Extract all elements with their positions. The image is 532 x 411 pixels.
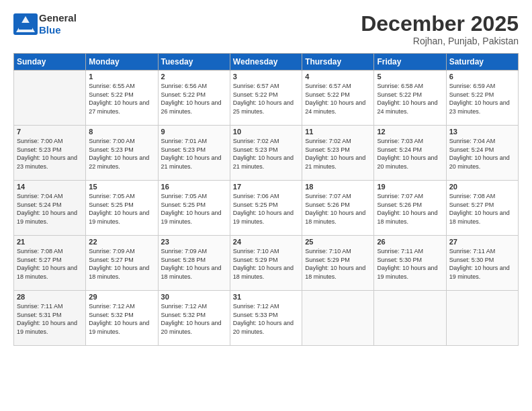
day-info: Sunrise: 7:02 AMSunset: 5:23 PMDaylight:… (233, 137, 299, 171)
day-number: 16 (161, 183, 227, 191)
day-cell: 31 Sunrise: 7:12 AMSunset: 5:33 PMDaylig… (230, 291, 302, 346)
day-cell: 14 Sunrise: 7:04 AMSunset: 5:24 PMDaylig… (14, 181, 86, 236)
location: Rojhan, Punjab, Pakistan (361, 36, 519, 46)
day-number: 31 (233, 293, 299, 301)
day-info: Sunrise: 6:57 AMSunset: 5:22 PMDaylight:… (233, 82, 299, 116)
day-info: Sunrise: 6:55 AMSunset: 5:22 PMDaylight:… (89, 82, 154, 116)
day-info: Sunrise: 7:00 AMSunset: 5:23 PMDaylight:… (17, 137, 83, 171)
day-info: Sunrise: 7:01 AMSunset: 5:23 PMDaylight:… (161, 137, 227, 171)
day-cell: 9 Sunrise: 7:01 AMSunset: 5:23 PMDayligh… (158, 126, 230, 181)
day-cell: 25 Sunrise: 7:10 AMSunset: 5:29 PMDaylig… (302, 236, 374, 291)
week-row-2: 7 Sunrise: 7:00 AMSunset: 5:23 PMDayligh… (14, 126, 519, 181)
day-info: Sunrise: 7:04 AMSunset: 5:24 PMDaylight:… (17, 192, 83, 226)
day-cell (374, 291, 446, 346)
day-info: Sunrise: 7:07 AMSunset: 5:26 PMDaylight:… (377, 192, 443, 226)
day-number: 18 (305, 183, 371, 191)
day-number: 6 (449, 73, 515, 81)
day-number: 8 (89, 128, 154, 136)
day-info: Sunrise: 7:12 AMSunset: 5:32 PMDaylight:… (89, 302, 154, 336)
day-number: 23 (161, 238, 227, 246)
col-thursday: Thursday (302, 54, 374, 71)
day-number: 10 (233, 128, 299, 136)
day-info: Sunrise: 7:04 AMSunset: 5:24 PMDaylight:… (449, 137, 515, 171)
day-info: Sunrise: 7:03 AMSunset: 5:24 PMDaylight:… (377, 137, 443, 171)
day-info: Sunrise: 7:12 AMSunset: 5:32 PMDaylight:… (161, 302, 227, 336)
calendar-table: Sunday Monday Tuesday Wednesday Thursday… (13, 53, 519, 346)
day-number: 30 (161, 293, 227, 301)
day-cell: 12 Sunrise: 7:03 AMSunset: 5:24 PMDaylig… (374, 126, 446, 181)
week-row-4: 21 Sunrise: 7:08 AMSunset: 5:27 PMDaylig… (14, 236, 519, 291)
day-number: 13 (449, 128, 515, 136)
day-number: 12 (377, 128, 443, 136)
day-cell: 6 Sunrise: 6:59 AMSunset: 5:22 PMDayligh… (446, 71, 518, 126)
day-info: Sunrise: 7:10 AMSunset: 5:29 PMDaylight:… (305, 247, 371, 281)
day-cell: 16 Sunrise: 7:05 AMSunset: 5:25 PMDaylig… (158, 181, 230, 236)
day-info: Sunrise: 7:09 AMSunset: 5:27 PMDaylight:… (89, 247, 154, 281)
day-cell (14, 71, 86, 126)
day-info: Sunrise: 6:59 AMSunset: 5:22 PMDaylight:… (449, 82, 515, 116)
day-info: Sunrise: 7:02 AMSunset: 5:23 PMDaylight:… (305, 137, 371, 171)
logo: General Blue (13, 12, 77, 36)
day-cell: 5 Sunrise: 6:58 AMSunset: 5:22 PMDayligh… (374, 71, 446, 126)
col-monday: Monday (86, 54, 158, 71)
day-cell: 18 Sunrise: 7:07 AMSunset: 5:26 PMDaylig… (302, 181, 374, 236)
col-tuesday: Tuesday (158, 54, 230, 71)
day-number: 3 (233, 73, 299, 81)
day-cell (302, 291, 374, 346)
day-info: Sunrise: 7:12 AMSunset: 5:33 PMDaylight:… (233, 302, 299, 336)
day-cell: 21 Sunrise: 7:08 AMSunset: 5:27 PMDaylig… (14, 236, 86, 291)
day-number: 9 (161, 128, 227, 136)
header-row: Sunday Monday Tuesday Wednesday Thursday… (14, 54, 519, 71)
day-number: 4 (305, 73, 371, 81)
day-cell: 17 Sunrise: 7:06 AMSunset: 5:25 PMDaylig… (230, 181, 302, 236)
day-info: Sunrise: 6:58 AMSunset: 5:22 PMDaylight:… (377, 82, 443, 116)
day-info: Sunrise: 7:11 AMSunset: 5:31 PMDaylight:… (17, 302, 83, 336)
day-cell: 22 Sunrise: 7:09 AMSunset: 5:27 PMDaylig… (86, 236, 158, 291)
header: General Blue December 2025 Rojhan, Punja… (13, 12, 519, 46)
day-number: 1 (89, 73, 154, 81)
day-number: 29 (89, 293, 154, 301)
day-number: 24 (233, 238, 299, 246)
day-cell: 2 Sunrise: 6:56 AMSunset: 5:22 PMDayligh… (158, 71, 230, 126)
day-cell: 29 Sunrise: 7:12 AMSunset: 5:32 PMDaylig… (86, 291, 158, 346)
day-number: 19 (377, 183, 443, 191)
day-cell: 30 Sunrise: 7:12 AMSunset: 5:32 PMDaylig… (158, 291, 230, 346)
day-cell: 3 Sunrise: 6:57 AMSunset: 5:22 PMDayligh… (230, 71, 302, 126)
col-friday: Friday (374, 54, 446, 71)
day-cell: 11 Sunrise: 7:02 AMSunset: 5:23 PMDaylig… (302, 126, 374, 181)
day-cell (446, 291, 518, 346)
day-number: 26 (377, 238, 443, 246)
week-row-1: 1 Sunrise: 6:55 AMSunset: 5:22 PMDayligh… (14, 71, 519, 126)
page: General Blue December 2025 Rojhan, Punja… (0, 0, 532, 411)
day-number: 15 (89, 183, 154, 191)
week-row-5: 28 Sunrise: 7:11 AMSunset: 5:31 PMDaylig… (14, 291, 519, 346)
svg-rect-2 (19, 23, 32, 30)
day-number: 28 (17, 293, 83, 301)
day-info: Sunrise: 7:00 AMSunset: 5:23 PMDaylight:… (89, 137, 154, 171)
logo-icon (13, 13, 38, 35)
day-cell: 28 Sunrise: 7:11 AMSunset: 5:31 PMDaylig… (14, 291, 86, 346)
day-number: 5 (377, 73, 443, 81)
day-cell: 7 Sunrise: 7:00 AMSunset: 5:23 PMDayligh… (14, 126, 86, 181)
day-number: 11 (305, 128, 371, 136)
col-wednesday: Wednesday (230, 54, 302, 71)
day-number: 27 (449, 238, 515, 246)
day-info: Sunrise: 7:07 AMSunset: 5:26 PMDaylight:… (305, 192, 371, 226)
col-sunday: Sunday (14, 54, 86, 71)
day-cell: 19 Sunrise: 7:07 AMSunset: 5:26 PMDaylig… (374, 181, 446, 236)
month-title: December 2025 (361, 12, 519, 36)
week-row-3: 14 Sunrise: 7:04 AMSunset: 5:24 PMDaylig… (14, 181, 519, 236)
day-number: 25 (305, 238, 371, 246)
day-info: Sunrise: 7:11 AMSunset: 5:30 PMDaylight:… (449, 247, 515, 281)
title-block: December 2025 Rojhan, Punjab, Pakistan (361, 12, 519, 46)
day-number: 21 (17, 238, 83, 246)
day-cell: 1 Sunrise: 6:55 AMSunset: 5:22 PMDayligh… (86, 71, 158, 126)
col-saturday: Saturday (446, 54, 518, 71)
day-cell: 20 Sunrise: 7:08 AMSunset: 5:27 PMDaylig… (446, 181, 518, 236)
day-cell: 24 Sunrise: 7:10 AMSunset: 5:29 PMDaylig… (230, 236, 302, 291)
day-info: Sunrise: 7:05 AMSunset: 5:25 PMDaylight:… (89, 192, 154, 226)
day-info: Sunrise: 7:10 AMSunset: 5:29 PMDaylight:… (233, 247, 299, 281)
day-info: Sunrise: 7:08 AMSunset: 5:27 PMDaylight:… (17, 247, 83, 281)
day-number: 14 (17, 183, 83, 191)
day-number: 17 (233, 183, 299, 191)
